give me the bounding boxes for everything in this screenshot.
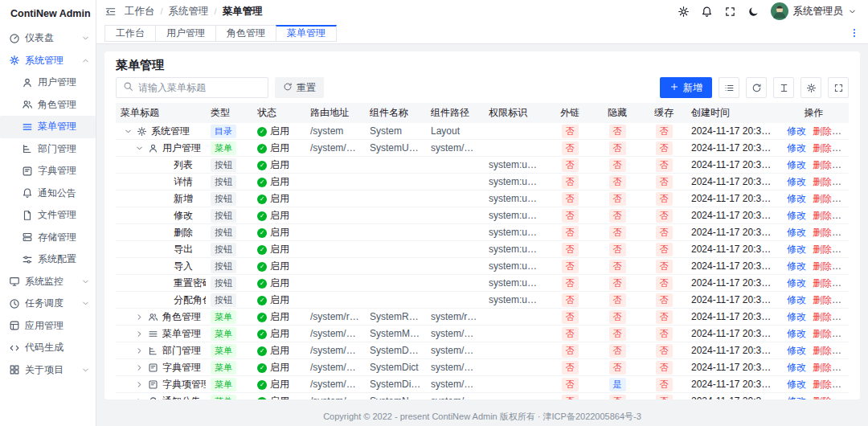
delete-link[interactable]: 删除 bbox=[813, 227, 832, 238]
menu-title-search-field[interactable] bbox=[138, 82, 261, 93]
user-menu[interactable]: 系统管理员 bbox=[771, 2, 858, 20]
delete-link[interactable]: 删除 bbox=[813, 328, 832, 339]
type-badge: 菜单 bbox=[211, 344, 236, 358]
tab-menu[interactable]: 菜单管理 bbox=[276, 25, 337, 42]
edit-link[interactable]: 修改 bbox=[787, 244, 806, 255]
edit-link[interactable]: 修改 bbox=[787, 125, 806, 137]
sidebar-item-menu[interactable]: 菜单管理 bbox=[0, 116, 96, 138]
row-height-button[interactable] bbox=[773, 77, 794, 98]
row-expand-icon[interactable] bbox=[135, 397, 145, 400]
settings-button[interactable] bbox=[678, 6, 690, 18]
sidebar-item-apps[interactable]: 应用管理 bbox=[0, 315, 96, 338]
permission-cell: system:user:a... bbox=[484, 190, 547, 207]
tab-user[interactable]: 用户管理 bbox=[155, 25, 216, 42]
row-expand-icon[interactable] bbox=[135, 313, 145, 322]
delete-link[interactable]: 删除 bbox=[813, 379, 832, 390]
row-expand-icon[interactable] bbox=[124, 127, 134, 136]
breadcrumb-item[interactable]: 工作台 bbox=[125, 5, 155, 18]
edit-link[interactable]: 修改 bbox=[787, 328, 806, 339]
edit-link[interactable]: 修改 bbox=[787, 395, 806, 400]
delete-link[interactable]: 删除 bbox=[813, 395, 832, 400]
reset-button[interactable]: 重置 bbox=[275, 77, 324, 98]
sidebar-item-system[interactable]: 系统管理 bbox=[0, 50, 96, 72]
delete-link[interactable]: 删除 bbox=[813, 311, 832, 322]
edit-link[interactable]: 修改 bbox=[787, 379, 806, 390]
delete-link[interactable]: 删除 bbox=[813, 294, 832, 305]
delete-link[interactable]: 删除 bbox=[813, 142, 832, 154]
dark-mode-button[interactable] bbox=[747, 6, 760, 18]
created-time-cell: 2024-11-17 20:36:27 bbox=[686, 157, 779, 174]
menu-icon bbox=[22, 121, 33, 133]
fullscreen-button[interactable] bbox=[724, 6, 736, 18]
column-settings-button[interactable] bbox=[800, 77, 821, 98]
edit-link[interactable]: 修改 bbox=[787, 294, 806, 305]
sidebar-item-about[interactable]: 关于项目 bbox=[0, 359, 96, 382]
notifications-button[interactable] bbox=[701, 6, 713, 18]
sidebar-item-notice[interactable]: 通知公告 bbox=[0, 182, 96, 205]
edit-link[interactable]: 修改 bbox=[787, 176, 806, 187]
type-badge: 按钮 bbox=[211, 243, 236, 256]
edit-link[interactable]: 修改 bbox=[787, 345, 806, 356]
collapse-list-button[interactable] bbox=[719, 77, 739, 98]
tab-role[interactable]: 角色管理 bbox=[215, 25, 276, 42]
yes-no-badge: 否 bbox=[562, 293, 579, 307]
route-cell: /system bbox=[305, 123, 365, 140]
delete-link[interactable]: 删除 bbox=[813, 345, 832, 356]
delete-link[interactable]: 删除 bbox=[813, 159, 832, 170]
delete-link[interactable]: 删除 bbox=[813, 125, 832, 137]
logo[interactable]: ContiNew Admin bbox=[0, 0, 96, 27]
yes-no-badge: 否 bbox=[656, 243, 673, 256]
delete-link[interactable]: 删除 bbox=[813, 210, 832, 221]
refresh-button[interactable] bbox=[746, 77, 767, 98]
yes-no-badge: 否 bbox=[656, 293, 673, 307]
row-expand-icon[interactable] bbox=[135, 363, 145, 372]
add-button[interactable]: 新增 bbox=[660, 77, 712, 98]
edit-link[interactable]: 修改 bbox=[787, 362, 806, 373]
sidebar-item-dept[interactable]: 部门管理 bbox=[0, 138, 96, 161]
yes-no-badge: 否 bbox=[562, 158, 579, 172]
bell-icon bbox=[148, 396, 158, 400]
sidebar-item-monitor[interactable]: 系统监控 bbox=[0, 271, 96, 293]
delete-link[interactable]: 删除 bbox=[813, 362, 832, 373]
sidebar-item-user[interactable]: 用户管理 bbox=[0, 72, 96, 94]
yes-no-badge: 否 bbox=[609, 310, 626, 324]
edit-link[interactable]: 修改 bbox=[787, 210, 806, 221]
sidebar-item-schedule[interactable]: 任务调度 bbox=[0, 293, 96, 315]
delete-link[interactable]: 删除 bbox=[813, 277, 832, 289]
edit-link[interactable]: 修改 bbox=[787, 260, 806, 272]
sidebar-item-dict[interactable]: 字典管理 bbox=[0, 160, 96, 182]
column-header-type: 类型 bbox=[206, 103, 252, 123]
search-input[interactable] bbox=[116, 77, 268, 98]
row-expand-icon[interactable] bbox=[135, 380, 145, 389]
sidebar-item-codegen[interactable]: 代码生成 bbox=[0, 337, 96, 359]
edit-link[interactable]: 修改 bbox=[787, 142, 806, 154]
row-expand-icon[interactable] bbox=[135, 144, 145, 153]
hidden-cell: 否 bbox=[593, 258, 641, 275]
edit-link[interactable]: 修改 bbox=[787, 193, 806, 204]
delete-link[interactable]: 删除 bbox=[813, 193, 832, 204]
edit-link[interactable]: 修改 bbox=[787, 277, 806, 289]
edit-link[interactable]: 修改 bbox=[787, 311, 806, 322]
menu-title: 新增 bbox=[174, 191, 193, 207]
delete-link[interactable]: 删除 bbox=[813, 244, 832, 255]
edit-link[interactable]: 修改 bbox=[787, 159, 806, 170]
row-expand-icon[interactable] bbox=[135, 346, 145, 355]
sidebar-item-role[interactable]: 角色管理 bbox=[0, 94, 96, 117]
sidebar-item-file[interactable]: 文件管理 bbox=[0, 204, 96, 227]
edit-link[interactable]: 修改 bbox=[787, 227, 806, 238]
type-badge: 按钮 bbox=[211, 192, 236, 206]
sidebar-item-config[interactable]: 系统配置 bbox=[0, 248, 96, 271]
tabs-more-icon[interactable] bbox=[849, 27, 860, 39]
yes-no-badge: 否 bbox=[562, 344, 579, 358]
row-expand-icon[interactable] bbox=[135, 330, 145, 338]
menu-fold-icon[interactable] bbox=[104, 6, 117, 18]
sidebar-item-storage[interactable]: 存储管理 bbox=[0, 227, 96, 249]
table-fullscreen-button[interactable] bbox=[828, 77, 849, 98]
breadcrumb-item[interactable]: 系统管理 bbox=[169, 5, 209, 18]
tab-workbench[interactable]: 工作台 bbox=[104, 25, 156, 42]
sidebar-item-dashboard[interactable]: 仪表盘 bbox=[0, 27, 96, 50]
permission-cell bbox=[484, 309, 547, 326]
yes-no-badge: 否 bbox=[562, 310, 579, 324]
delete-link[interactable]: 删除 bbox=[813, 260, 832, 272]
delete-link[interactable]: 删除 bbox=[813, 176, 832, 187]
